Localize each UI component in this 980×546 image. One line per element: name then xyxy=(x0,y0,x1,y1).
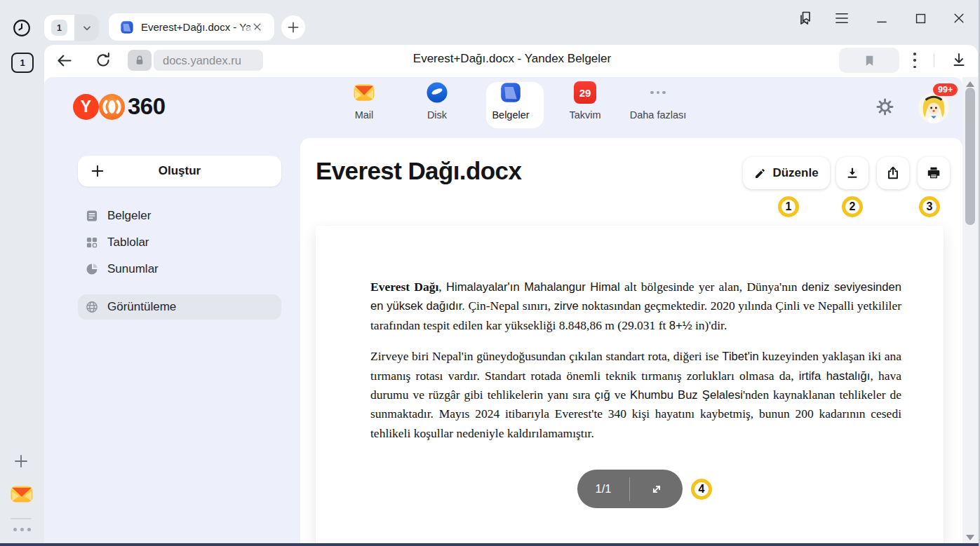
app-more[interactable]: Daha fazlası xyxy=(622,81,694,130)
tab-group-count[interactable]: 1 xyxy=(44,15,74,41)
tables-grid-icon xyxy=(85,236,99,250)
address-bar-divider xyxy=(934,54,934,67)
app-mail-label: Mail xyxy=(355,109,374,121)
yandex360-logo-o[interactable] xyxy=(99,94,125,120)
annotation-marker-4: 4 xyxy=(691,479,712,500)
tab-title: Everest+Dağı.docx - Yan xyxy=(141,21,252,33)
presentations-pie-icon xyxy=(85,262,99,276)
documents-list-icon xyxy=(85,209,99,223)
notification-badge: 99+ xyxy=(933,83,958,96)
bookmarks-panel-icon[interactable] xyxy=(797,10,814,27)
expand-icon xyxy=(649,482,664,497)
sidebar-more-icon[interactable] xyxy=(13,528,31,531)
print-icon xyxy=(926,165,941,181)
fullscreen-toggle[interactable] xyxy=(630,482,683,497)
share-icon xyxy=(885,165,901,181)
scrollbar-thumb[interactable] xyxy=(965,88,975,225)
browser-window: 1 1 Everest+Dağı.docx - xyxy=(0,0,980,546)
sidebar-item-label: Görüntüleme xyxy=(107,300,176,314)
app-belgeler[interactable]: Belgeler xyxy=(474,81,547,130)
tab-group-pill[interactable]: 1 xyxy=(44,15,99,41)
download-icon xyxy=(845,165,860,181)
annotation-marker-1: 1 xyxy=(778,196,799,217)
tab-title-fade xyxy=(236,27,255,41)
edit-button-label: Düzenle xyxy=(772,166,818,180)
plus-icon xyxy=(286,20,300,34)
annotation-marker-2: 2 xyxy=(842,196,863,217)
bookmark-button[interactable] xyxy=(839,48,899,73)
reload-button[interactable] xyxy=(94,51,112,69)
app-disk-label: Disk xyxy=(427,109,447,121)
window-close-button[interactable] xyxy=(951,10,967,27)
globe-icon xyxy=(85,300,99,314)
page-indicator-pill[interactable]: 1/1 xyxy=(577,470,683,508)
browser-menu-icon[interactable] xyxy=(833,10,850,27)
settings-gear-icon[interactable] xyxy=(875,97,894,116)
download-arrow-icon xyxy=(951,51,967,68)
sidebar-item-belgeler[interactable]: Belgeler xyxy=(78,203,281,228)
document-text: Everest Dağı, Himalayalar'ın Mahalangur … xyxy=(370,278,901,455)
edit-button[interactable]: Düzenle xyxy=(743,157,830,189)
documents-icon xyxy=(499,81,522,104)
share-button[interactable] xyxy=(877,157,909,189)
download-document-button[interactable] xyxy=(836,157,868,189)
scroll-up-arrow[interactable] xyxy=(966,81,974,87)
history-clock-icon[interactable] xyxy=(12,18,32,38)
tab-group-chevron[interactable] xyxy=(74,15,99,41)
window-bottom-edge xyxy=(0,543,980,546)
active-tab[interactable]: Everest+Dağı.docx - Yan xyxy=(109,13,274,41)
yandex-logo-y[interactable]: Y xyxy=(73,94,99,120)
scroll-down-arrow[interactable] xyxy=(966,535,974,540)
app-disk[interactable]: Disk xyxy=(401,81,474,130)
window-minimize-button[interactable] xyxy=(873,10,890,27)
window-maximize-button[interactable] xyxy=(912,10,929,27)
annotation-marker-3: 3 xyxy=(919,196,940,217)
yandex-mail-icon[interactable] xyxy=(10,482,34,506)
sidebar-item-sunumlar[interactable]: Sunumlar xyxy=(78,257,281,282)
paragraph-2: Zirveye biri Nepal'in güneydoğusundan çı… xyxy=(370,347,901,443)
create-button-label: Oluştur xyxy=(78,164,281,178)
site-security-chip[interactable] xyxy=(128,50,152,71)
lock-icon xyxy=(134,55,145,66)
sidebar-divider xyxy=(11,518,32,519)
sidebar-item-label: Tablolar xyxy=(107,236,149,250)
sidebar-item-tablolar[interactable]: Tablolar xyxy=(78,230,281,255)
app-takvim[interactable]: 29 Takvim xyxy=(549,81,622,130)
app-mail[interactable]: Mail xyxy=(328,81,401,130)
disk-icon xyxy=(426,81,448,104)
sidebar-item-label: Belgeler xyxy=(107,209,151,223)
sidebar-tab-counter[interactable]: 1 xyxy=(11,53,34,73)
reload-icon xyxy=(94,51,112,69)
bookmark-icon xyxy=(863,54,876,67)
url-field[interactable]: docs.yandex.ru xyxy=(154,50,263,71)
print-button[interactable] xyxy=(918,157,950,189)
paragraph-1: Everest Dağı, Himalayalar'ın Mahalangur … xyxy=(370,278,901,335)
pencil-icon xyxy=(754,168,766,179)
document-favicon xyxy=(120,20,134,34)
more-apps-icon xyxy=(647,81,669,104)
plus-icon xyxy=(90,163,105,179)
address-bar-page-title[interactable]: Everest+Dağı.docx - Yandex Belgeler xyxy=(267,52,758,66)
downloads-button[interactable] xyxy=(951,51,967,68)
page-counter: 1/1 xyxy=(577,482,629,496)
sidebar-add-icon[interactable] xyxy=(13,453,29,470)
calendar-icon: 29 xyxy=(574,81,596,104)
address-bar-menu-icon[interactable] xyxy=(911,53,918,68)
document-title: Everest Dağı.docx xyxy=(316,157,521,185)
back-button[interactable] xyxy=(55,51,74,70)
new-tab-button[interactable] xyxy=(281,15,305,39)
chevron-down-icon xyxy=(81,22,93,34)
create-button[interactable]: Oluştur xyxy=(78,156,281,186)
app-more-label: Daha fazlası xyxy=(630,109,687,121)
sidebar-item-goruntuleme[interactable]: Görüntüleme xyxy=(78,294,281,320)
app-takvim-label: Takvim xyxy=(569,109,600,121)
app-belgeler-label: Belgeler xyxy=(492,109,529,121)
brand-360-text: 360 xyxy=(128,93,166,120)
sidebar-item-label: Sunumlar xyxy=(107,262,159,276)
mail-icon xyxy=(353,81,375,104)
back-arrow-icon xyxy=(55,51,74,70)
user-avatar[interactable] xyxy=(918,93,949,123)
